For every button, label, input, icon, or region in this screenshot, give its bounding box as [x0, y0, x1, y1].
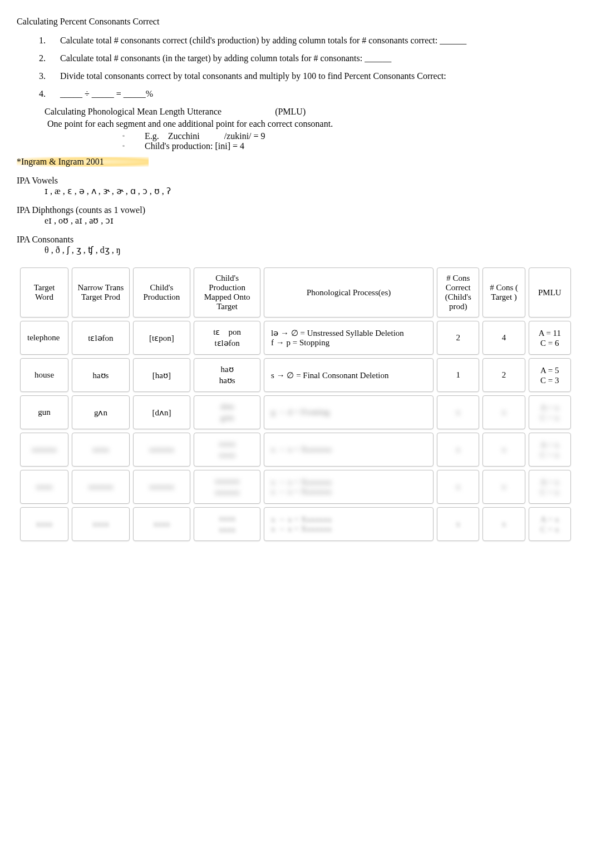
cell-narrow: xxxx: [72, 433, 130, 467]
step-num: 1.: [39, 36, 46, 46]
cell-cons-correct: 1: [437, 358, 479, 392]
table-row: telephone tɛləfon [tɛpon] tɛ pon tɛləfon…: [20, 321, 571, 355]
cell-process: g → d = Fronting: [264, 395, 434, 429]
cell-process: x → x = Xxxxxxx: [264, 433, 434, 467]
cell-child: [haʊ]: [133, 358, 191, 392]
bullet-text: E.g. Zucchini /zukini/ = 9: [145, 131, 265, 141]
map-bot: haʊs: [219, 375, 235, 386]
cell-mapped: haʊ haʊs: [194, 358, 260, 392]
pmlu-c: C = 6: [540, 338, 559, 348]
step-2: 2.Calculate total # consonants (in the t…: [39, 53, 574, 63]
pcc-steps: 1.Calculate total # consonants correct (…: [39, 36, 574, 99]
pmlu-rule: One point for each segment and one addit…: [47, 119, 574, 129]
table-row: xxxxxx xxxx xxxxxx xxxx xxxx x → x = Xxx…: [20, 433, 571, 467]
cell-mapped: xxxxxx xxxxxx: [194, 470, 260, 504]
obscured-text: xxxx: [92, 445, 109, 454]
step-1: 1.Calculate total # consonants correct (…: [39, 36, 574, 46]
pmlu-c: C = 3: [540, 375, 559, 385]
cell-cons-correct: 2: [437, 321, 479, 355]
cell-narrow: xxxxxx: [72, 470, 130, 504]
obscured-text: x: [502, 482, 506, 491]
th-cons-correct: # Cons Correct (Child's prod): [437, 267, 479, 318]
cell-cons-target: x: [482, 507, 525, 541]
obscured-text: xxxxxx: [88, 482, 113, 491]
cell-pmlu: A = x C = x: [529, 507, 571, 541]
obscured-text: x: [502, 519, 506, 528]
table-row: gun gʌn [dʌn] dʌn gʌn g → d = Fronting x…: [20, 395, 571, 429]
cell-mapped: dʌn gʌn: [194, 395, 260, 429]
cell-narrow: haʊs: [72, 358, 130, 392]
obscured-text: x → x = Xxxxxxx: [271, 478, 429, 487]
cell-child: [tɛpon]: [133, 321, 191, 355]
cell-process: x → x = Xxxxxxx x → x = Xxxxxxx: [264, 507, 434, 541]
cell-mapped: xxxx xxxx: [194, 433, 260, 467]
map-top: xxxxxx: [215, 476, 240, 487]
map-bot: gʌn: [220, 413, 234, 424]
cell-cons-target: 2: [482, 358, 525, 392]
table-header-row: Target Word Narrow Trans Target Prod Chi…: [20, 267, 571, 318]
cell-mapped: xxxx xxxx: [194, 507, 260, 541]
citation: *Ingram & Ingram 2001: [17, 157, 149, 167]
step-text: Divide total consonants correct by total…: [60, 71, 446, 81]
ipa-vowels-label: IPA Vowels: [17, 176, 574, 186]
cell-process: s → ∅ = Final Consonant Deletion: [264, 358, 434, 392]
cell-child: xxxxxx: [133, 433, 191, 467]
cell-word: telephone: [20, 321, 68, 355]
step-text: Calculate total # consonants (in the tar…: [60, 53, 391, 63]
cell-process: lə → ∅ = Unstressed Syllable Deletion f …: [264, 321, 434, 355]
map-top: dʌn: [220, 401, 234, 413]
step-text: Calculate total # consonants correct (ch…: [60, 36, 466, 45]
pmlu-examples: E.g. Zucchini /zukini/ = 9 Child's produ…: [122, 131, 574, 151]
cell-word: gun: [20, 395, 68, 429]
pmlu-c: C = x: [540, 524, 559, 534]
th-cons-target: # Cons ( Target ): [482, 267, 525, 318]
obscured-text: xxxxxx: [32, 445, 57, 454]
cell-cons-target: x: [482, 470, 525, 504]
step-4: 4._____ ÷ _____ = _____%: [39, 89, 574, 99]
cell-cons-correct: x: [437, 395, 479, 429]
ipa-consonants-label: IPA Consonants: [17, 235, 574, 245]
obscured-text: x: [502, 408, 506, 416]
cell-child: xxxxxx: [133, 470, 191, 504]
cell-process: x → x = Xxxxxxx x → x = Xxxxxxx: [264, 470, 434, 504]
ipa-diphthongs-label: IPA Diphthongs (counts as 1 vowel): [17, 205, 574, 215]
step-num: 4.: [39, 89, 46, 99]
ipa-consonants: θ , ð , ʃ , ʒ , ʧ , dʒ , ŋ: [45, 245, 574, 255]
obscured-text: xxxx: [92, 519, 109, 528]
cell-mapped: tɛ pon tɛləfon: [194, 321, 260, 355]
cell-pmlu: A = x C = x: [529, 433, 571, 467]
map-bot: xxxx: [219, 524, 235, 535]
cell-pmlu: A = 5 C = 3: [529, 358, 571, 392]
cell-cons-correct: x: [437, 470, 479, 504]
cell-narrow: gʌn: [72, 395, 130, 429]
obscured-text: xxxx: [36, 482, 53, 491]
analysis-table: Target Word Narrow Trans Target Prod Chi…: [17, 264, 574, 544]
step-3: 3.Divide total consonants correct by tot…: [39, 71, 574, 81]
bullet-text: Child's production: [ini] = 4: [145, 141, 244, 151]
table-row: xxxx xxxx xxxx xxxx xxxx x → x = Xxxxxxx…: [20, 507, 571, 541]
cell-pmlu: A = x C = x: [529, 470, 571, 504]
pmlu-a: A = 11: [539, 328, 561, 338]
pmlu-example-2: Child's production: [ini] = 4: [122, 141, 574, 151]
pmlu-c: C = x: [540, 450, 559, 460]
cell-child: [dʌn]: [133, 395, 191, 429]
obscured-text: x: [502, 445, 506, 454]
pmlu-a: A = x: [540, 403, 559, 413]
cell-pmlu: A = 11 C = 6: [529, 321, 571, 355]
cell-cons-correct: x: [437, 507, 479, 541]
page-title: Calculating Percent Consonants Correct: [17, 17, 574, 27]
obscured-text: x: [456, 408, 461, 416]
map-bot: xxxxxx: [215, 487, 240, 498]
cell-narrow: xxxx: [72, 507, 130, 541]
cell-cons-correct: x: [437, 433, 479, 467]
th-target-word: Target Word: [20, 267, 68, 318]
map-top: xxxx: [219, 513, 235, 524]
cell-child: xxxx: [133, 507, 191, 541]
pmlu-a: A = x: [540, 440, 559, 450]
pmlu-c: C = x: [540, 413, 559, 423]
th-narrow-trans: Narrow Trans Target Prod: [72, 267, 130, 318]
pmlu-a: A = x: [540, 477, 559, 487]
obscured-text: x → x = Xxxxxxx: [271, 445, 332, 454]
cell-word: xxxx: [20, 507, 68, 541]
map-top: haʊ: [221, 364, 234, 375]
